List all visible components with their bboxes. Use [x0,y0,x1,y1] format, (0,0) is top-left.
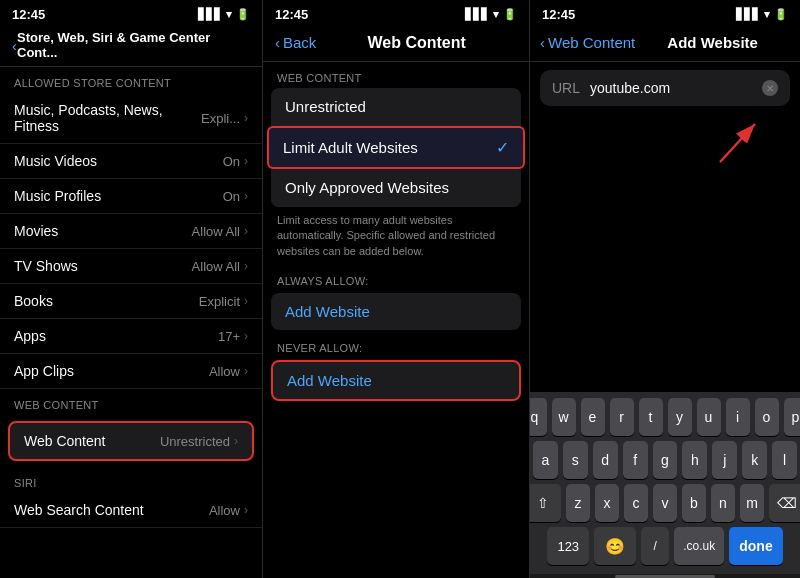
list-item-music-podcasts[interactable]: Music, Podcasts, News, Fitness Expli... … [0,93,262,144]
item-value: Allow All [192,259,240,274]
chevron-icon: › [234,434,238,448]
key-u[interactable]: u [697,398,721,436]
chevron-icon: › [244,503,248,517]
list-item-books[interactable]: Books Explicit › [0,284,262,319]
status-icons-3: ▋▋▋ ▾ 🔋 [736,8,788,21]
svg-line-1 [720,124,755,162]
wifi-icon: ▾ [764,8,770,21]
key-backspace[interactable]: ⌫ [769,484,800,522]
status-bar-3: 12:45 ▋▋▋ ▾ 🔋 [530,0,800,26]
url-clear-button[interactable]: ✕ [762,80,778,96]
key-slash[interactable]: / [641,527,669,565]
add-website-never-label: Add Website [287,372,372,389]
chevron-icon: › [244,329,248,343]
key-c[interactable]: c [624,484,648,522]
web-content-item[interactable]: Web Content Unrestricted › [8,421,254,461]
item-value: Allow [209,503,240,518]
key-r[interactable]: r [610,398,634,436]
option-label: Only Approved Websites [285,179,449,196]
key-g[interactable]: g [653,441,678,479]
key-e[interactable]: e [581,398,605,436]
key-z[interactable]: z [566,484,590,522]
key-t[interactable]: t [639,398,663,436]
key-m[interactable]: m [740,484,764,522]
section-web-header: WEB CONTENT [0,389,262,415]
key-k[interactable]: k [742,441,767,479]
add-website-never[interactable]: Add Website [271,360,521,401]
arrow-annotation [540,114,790,164]
key-q[interactable]: q [530,398,547,436]
chevron-icon: › [244,224,248,238]
nav-title-3: Add Website [635,34,790,51]
key-s[interactable]: s [563,441,588,479]
back-button-2[interactable]: ‹ Back [275,34,316,51]
key-o[interactable]: o [755,398,779,436]
option-approved[interactable]: Only Approved Websites [271,169,521,207]
bottom-bar [530,574,800,578]
nav-bar-2: ‹ Back Web Content [263,26,529,62]
item-label: Books [14,293,199,309]
url-container: URL youtube.com ✕ [540,70,790,106]
key-num[interactable]: 123 [547,527,589,565]
item-value: Expli... [201,111,240,126]
key-d[interactable]: d [593,441,618,479]
list-item-movies[interactable]: Movies Allow All › [0,214,262,249]
keyboard-row-4: 123 😊 / .co.uk done [533,527,797,565]
key-done[interactable]: done [729,527,782,565]
never-allow-header: NEVER ALLOW: [263,334,529,358]
red-arrow-svg [660,114,780,164]
nav-title-1: Store, Web, Siri & Game Center Cont... [17,30,250,60]
list-item-app-clips[interactable]: App Clips Allow › [0,354,262,389]
signal-icon: ▋▋▋ [465,8,489,21]
keyboard: q w e r t y u i o p a s d f g h j k l ⇧ … [530,392,800,574]
always-allow-header: ALWAYS ALLOW: [263,267,529,291]
battery-icon: 🔋 [236,8,250,21]
keyboard-row-3: ⇧ z x c v b n m ⌫ [533,484,797,522]
add-website-always[interactable]: Add Website [271,293,521,330]
item-label: Movies [14,223,192,239]
status-icons-1: ▋▋▋ ▾ 🔋 [198,8,250,21]
key-shift[interactable]: ⇧ [530,484,561,522]
url-input[interactable]: youtube.com [590,80,754,96]
item-label: Music Videos [14,153,223,169]
key-i[interactable]: i [726,398,750,436]
checkmark-icon: ✓ [496,138,509,157]
battery-icon: 🔋 [774,8,788,21]
list-item-music-videos[interactable]: Music Videos On › [0,144,262,179]
back-button-3[interactable]: ‹ Web Content [540,34,635,51]
key-w[interactable]: w [552,398,576,436]
key-x[interactable]: x [595,484,619,522]
key-a[interactable]: a [533,441,558,479]
list-item-music-profiles[interactable]: Music Profiles On › [0,179,262,214]
web-content-value: Unrestricted [160,434,230,449]
chevron-icon: › [244,111,248,125]
option-unrestricted[interactable]: Unrestricted [271,88,521,126]
key-l[interactable]: l [772,441,797,479]
item-value: Allow [209,364,240,379]
key-h[interactable]: h [682,441,707,479]
spacer [530,164,800,392]
key-b[interactable]: b [682,484,706,522]
web-content-section: WEB CONTENT [263,62,529,88]
key-n[interactable]: n [711,484,735,522]
key-v[interactable]: v [653,484,677,522]
list-item-tv-shows[interactable]: TV Shows Allow All › [0,249,262,284]
list-item-apps[interactable]: Apps 17+ › [0,319,262,354]
key-f[interactable]: f [623,441,648,479]
key-y[interactable]: y [668,398,692,436]
key-j[interactable]: j [712,441,737,479]
list-item-web-search[interactable]: Web Search Content Allow › [0,493,262,528]
signal-icon: ▋▋▋ [736,8,760,21]
key-emoji[interactable]: 😊 [594,527,636,565]
item-label: Web Search Content [14,502,209,518]
panel-store-web-siri: 12:45 ▋▋▋ ▾ 🔋 ‹ Store, Web, Siri & Game … [0,0,263,578]
wifi-icon: ▾ [226,8,232,21]
section-siri-header: SIRI [0,467,262,493]
item-value: Allow All [192,224,240,239]
nav-bar-3: ‹ Web Content Add Website [530,26,800,62]
status-icons-2: ▋▋▋ ▾ 🔋 [465,8,517,21]
option-limit-adult[interactable]: Limit Adult Websites ✓ [267,126,525,169]
item-value: Explicit [199,294,240,309]
key-p[interactable]: p [784,398,801,436]
key-co-uk[interactable]: .co.uk [674,527,724,565]
